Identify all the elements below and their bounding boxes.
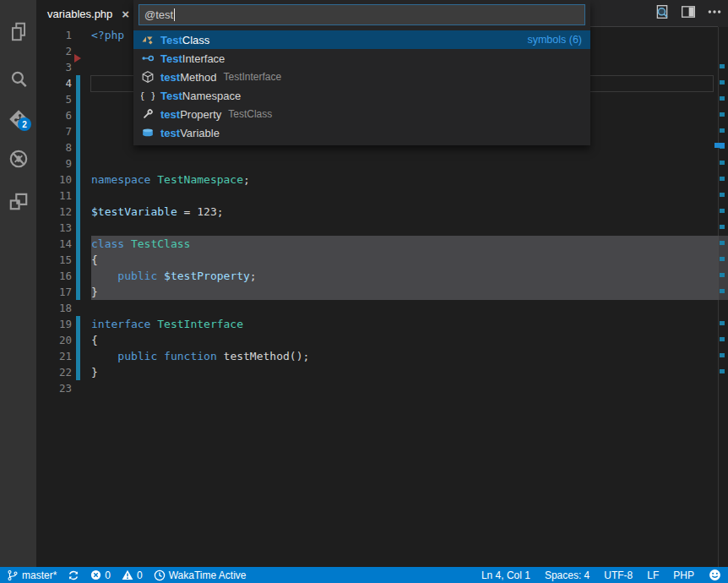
- branch-label: master*: [22, 569, 57, 581]
- code-line[interactable]: $testVariable = 123;: [91, 204, 224, 220]
- quick-open-item[interactable]: testMethodTestInterface: [133, 68, 590, 86]
- class-icon: [141, 33, 155, 46]
- wakatime-label: WakaTime Active: [169, 569, 247, 581]
- symbol-name: Property: [180, 108, 221, 121]
- tab-title: variables.php: [47, 8, 112, 20]
- symbol-name: Namespace: [182, 90, 241, 102]
- overview-modified-mark: [720, 161, 725, 165]
- match-text: test: [160, 71, 180, 84]
- namespace-icon: { }: [141, 89, 155, 102]
- split-editor-icon: [681, 4, 696, 23]
- split-editor-button[interactable]: [680, 5, 697, 22]
- smiley-icon: [709, 569, 721, 581]
- eol-setting[interactable]: LF: [647, 569, 659, 581]
- quick-open-input[interactable]: @test: [139, 4, 585, 25]
- overview-modified-mark: [720, 64, 725, 68]
- overview-modified-mark: [720, 369, 725, 373]
- match-text: Test: [160, 90, 182, 102]
- close-icon[interactable]: ×: [122, 8, 129, 20]
- search-icon: [8, 68, 30, 94]
- quick-open-item[interactable]: TestClasssymbols (6): [133, 30, 590, 49]
- wakatime-status[interactable]: WakaTime Active: [154, 569, 247, 581]
- quick-open-query: @test: [144, 8, 173, 21]
- debug-disabled-icon: [8, 148, 30, 173]
- scm-branch-status[interactable]: master*: [7, 569, 57, 581]
- variable-icon: [141, 126, 155, 139]
- results-count-badge: symbols (6): [527, 34, 590, 46]
- open-changes-icon: [655, 4, 670, 23]
- overview-emphasis-mark: [714, 143, 725, 148]
- overview-modified-mark: [720, 257, 725, 261]
- quick-open-item[interactable]: TestInterface: [133, 49, 590, 68]
- overview-modified-mark: [720, 177, 725, 181]
- quick-open-item[interactable]: { }TestNamespace: [133, 86, 590, 105]
- code-line[interactable]: namespace TestNamespace;: [91, 172, 250, 188]
- overview-ruler-border: [718, 27, 719, 567]
- overview-modified-mark: [720, 128, 725, 133]
- encoding-setting[interactable]: UTF-8: [604, 569, 633, 581]
- overview-modified-mark: [720, 321, 725, 325]
- overview-modified-mark: [720, 225, 725, 229]
- quick-open-item[interactable]: testPropertyTestClass: [133, 105, 590, 123]
- more-actions-button[interactable]: [706, 5, 723, 22]
- code-line[interactable]: }: [91, 364, 98, 380]
- match-text: Test: [160, 34, 182, 46]
- debug-button[interactable]: [0, 141, 36, 180]
- overview-modified-mark: [720, 273, 725, 277]
- problems-errors[interactable]: 0: [90, 569, 111, 581]
- overview-modified-mark: [720, 337, 725, 341]
- interface-icon: [141, 52, 155, 65]
- tab-variables-php[interactable]: variables.php ×: [36, 0, 135, 27]
- property-icon: [141, 107, 155, 121]
- status-bar: master*: [0, 567, 728, 583]
- code-line[interactable]: <?php: [91, 27, 124, 43]
- code-line[interactable]: {: [91, 332, 98, 348]
- overview-modified-mark: [720, 241, 725, 245]
- clock-icon: [154, 569, 166, 581]
- open-changes-button[interactable]: [654, 5, 671, 22]
- quick-open-list: TestClasssymbols (6)TestInterfacetestMet…: [133, 30, 590, 142]
- search-button[interactable]: [0, 62, 36, 101]
- code-line[interactable]: interface TestInterface: [91, 316, 243, 332]
- code-line[interactable]: public function testMethod();: [91, 348, 309, 364]
- feedback-smiley-button[interactable]: [709, 569, 721, 581]
- method-icon: [141, 70, 155, 84]
- problems-warnings[interactable]: 0: [122, 569, 143, 581]
- editor-actions: [654, 0, 723, 27]
- explorer-button[interactable]: [0, 14, 36, 53]
- quick-open-widget: @test TestClasssymbols (6)TestInterfacet…: [133, 0, 590, 145]
- overview-modified-mark: [720, 96, 725, 101]
- warning-icon: [122, 569, 133, 580]
- overview-modified-mark: [720, 289, 725, 293]
- svg-text:{ }: { }: [141, 90, 155, 101]
- error-icon: [90, 569, 101, 580]
- code-line[interactable]: }: [91, 284, 98, 300]
- symbol-container: TestInterface: [224, 71, 282, 83]
- code-line[interactable]: class TestClass: [91, 236, 190, 252]
- extensions-button[interactable]: [0, 183, 36, 222]
- language-mode[interactable]: PHP: [673, 569, 694, 581]
- symbol-container: TestClass: [228, 108, 272, 120]
- vscode-window: 2 variables.php ×: [0, 0, 728, 583]
- cursor-position[interactable]: Ln 4, Col 1: [481, 569, 530, 581]
- overview-modified-mark: [720, 353, 725, 357]
- overview-modified-mark: [720, 80, 725, 84]
- symbol-name: Variable: [180, 127, 220, 139]
- activity-bar: 2: [0, 0, 36, 567]
- scm-pending-changes-badge: 2: [18, 117, 31, 131]
- error-count: 0: [105, 569, 111, 581]
- code-line[interactable]: {: [91, 252, 98, 268]
- git-branch-icon: [7, 569, 19, 581]
- warning-count: 0: [137, 569, 143, 581]
- sync-button[interactable]: [68, 569, 79, 581]
- code-line[interactable]: public $testProperty;: [91, 268, 257, 284]
- sync-icon: [68, 569, 79, 581]
- overview-modified-mark: [720, 193, 725, 197]
- overview-modified-mark: [720, 112, 725, 117]
- symbol-name: Interface: [182, 52, 225, 65]
- symbol-name: Class: [182, 34, 210, 46]
- files-icon: [8, 21, 30, 46]
- match-text: test: [160, 108, 180, 121]
- indentation-setting[interactable]: Spaces: 4: [545, 569, 589, 581]
- quick-open-item[interactable]: testVariable: [133, 123, 590, 142]
